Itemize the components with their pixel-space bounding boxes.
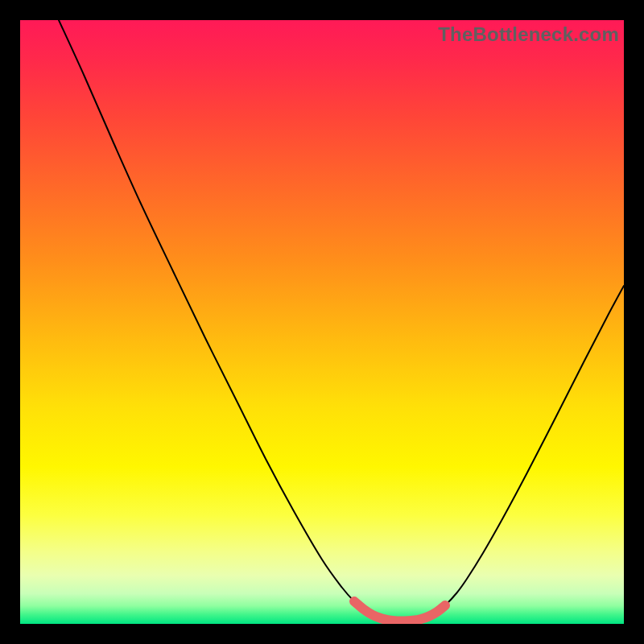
curve-layer [20,20,624,624]
red-band [354,601,445,621]
plot-area: TheBottleneck.com [20,20,624,624]
black-curve [59,20,624,621]
watermark-text: TheBottleneck.com [438,23,619,46]
